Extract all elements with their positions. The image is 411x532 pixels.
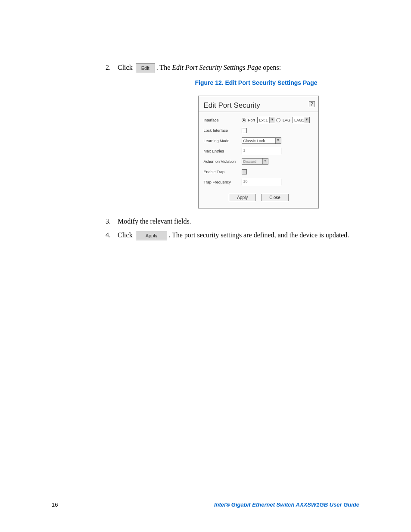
step-number: 4. bbox=[106, 230, 118, 241]
edit-port-security-dialog: Edit Port Security ? Interface Port Ext.… bbox=[198, 96, 319, 208]
label-max-entries: Max Entries bbox=[204, 149, 242, 153]
input-max-entries[interactable]: 1 bbox=[242, 148, 281, 154]
row-enable-trap: Enable Trap bbox=[204, 168, 314, 176]
row-trap-frequency: Trap Frequency 10 bbox=[204, 178, 314, 186]
chevron-down-icon: ▼ bbox=[262, 159, 268, 164]
row-max-entries: Max Entries 1 bbox=[204, 147, 314, 155]
apply-button[interactable]: Apply bbox=[229, 194, 256, 201]
input-trap-frequency[interactable]: 10 bbox=[242, 179, 281, 185]
label-enable-trap: Enable Trap bbox=[204, 170, 242, 174]
checkbox-enable-trap[interactable] bbox=[242, 169, 247, 174]
figure-caption: Figure 12. Edit Port Security Settings P… bbox=[153, 79, 359, 86]
step-number: 3. bbox=[106, 216, 118, 227]
dropdown-port[interactable]: Ext.1 ▼ bbox=[257, 117, 275, 123]
checkbox-lock-interface[interactable] bbox=[242, 128, 247, 133]
help-icon[interactable]: ? bbox=[309, 101, 315, 107]
row-action-violation: Action on Violation Discard ▼ bbox=[204, 158, 314, 165]
dialog-title: Edit Port Security bbox=[204, 101, 260, 110]
chevron-down-icon: ▼ bbox=[304, 117, 309, 123]
step-text: Click Edit. The Edit Port Security Setti… bbox=[118, 62, 359, 73]
dropdown-learning-mode[interactable]: Classic Lock ▼ bbox=[242, 137, 281, 144]
step-4: 4. Click Apply. The port security settin… bbox=[106, 230, 359, 241]
row-learning-mode: Learning Mode Classic Lock ▼ bbox=[204, 137, 314, 145]
step-3: 3. Modify the relevant fields. bbox=[106, 216, 359, 227]
page-number: 16 bbox=[52, 501, 58, 508]
chevron-down-icon: ▼ bbox=[269, 117, 275, 123]
step-text: Modify the relevant fields. bbox=[118, 216, 359, 227]
page-footer: 16 Intel® Gigabit Ethernet Switch AXXSW1… bbox=[52, 501, 359, 508]
radio-port[interactable] bbox=[242, 118, 246, 122]
footer-title: Intel® Gigabit Ethernet Switch AXXSW1GB … bbox=[214, 501, 359, 508]
row-lock-interface: Lock Interface bbox=[204, 127, 314, 134]
row-interface: Interface Port Ext.1 ▼ LAG LAG1 ▼ bbox=[204, 116, 314, 124]
label-lag: LAG bbox=[283, 118, 290, 122]
edit-button-inline: Edit bbox=[136, 63, 155, 73]
step-2: 2. Click Edit. The Edit Port Security Se… bbox=[106, 62, 359, 73]
radio-lag[interactable] bbox=[276, 118, 280, 122]
apply-button-inline: Apply bbox=[136, 231, 168, 241]
dropdown-lag[interactable]: LAG1 ▼ bbox=[293, 117, 310, 123]
label-lock-interface: Lock Interface bbox=[204, 128, 242, 133]
label-learning-mode: Learning Mode bbox=[204, 139, 242, 143]
step-number: 2. bbox=[106, 62, 118, 73]
close-button[interactable]: Close bbox=[261, 194, 289, 201]
step-text: Click Apply. The port security settings … bbox=[118, 230, 359, 241]
label-interface: Interface bbox=[204, 118, 242, 122]
label-port: Port bbox=[248, 118, 255, 122]
dropdown-action-violation: Discard ▼ bbox=[242, 158, 268, 165]
label-trap-frequency: Trap Frequency bbox=[204, 180, 242, 184]
label-action-violation: Action on Violation bbox=[204, 159, 242, 164]
chevron-down-icon: ▼ bbox=[275, 138, 281, 143]
